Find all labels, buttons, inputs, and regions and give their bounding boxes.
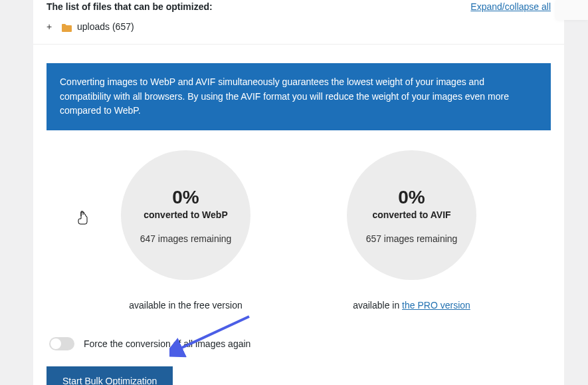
- stats-row: 0% converted to WebP 647 images remainin…: [47, 150, 551, 280]
- webp-availability: available in the free version: [100, 300, 272, 311]
- file-list-header: The list of files that can be optimized:…: [47, 0, 551, 17]
- webp-percent: 0%: [172, 187, 199, 208]
- webp-progress-circle: 0% converted to WebP 647 images remainin…: [121, 150, 250, 280]
- availability-row: available in the free version available …: [47, 300, 551, 311]
- avif-availability-prefix: available in: [353, 300, 402, 311]
- force-conversion-toggle[interactable]: [49, 337, 74, 350]
- avif-availability: available in the PRO version: [326, 300, 498, 311]
- avif-label: converted to AVIF: [372, 209, 450, 220]
- avif-percent: 0%: [398, 187, 425, 208]
- file-list-title: The list of files that can be optimized:: [47, 1, 213, 12]
- avif-stat-block: 0% converted to AVIF 657 images remainin…: [326, 150, 498, 280]
- folder-row[interactable]: + uploads (657): [47, 21, 551, 32]
- webp-stat-block: 0% converted to WebP 647 images remainin…: [100, 150, 272, 280]
- webp-label: converted to WebP: [144, 209, 228, 220]
- avif-remaining: 657 images remaining: [366, 233, 458, 244]
- folder-name: uploads (657): [77, 21, 134, 32]
- force-conversion-label: Force the conversion of all images again: [84, 338, 250, 349]
- folder-icon: [61, 23, 72, 31]
- pro-version-link[interactable]: the PRO version: [402, 300, 470, 311]
- webp-remaining: 647 images remaining: [140, 233, 232, 244]
- expand-collapse-link[interactable]: Expand/collapse all: [470, 1, 551, 12]
- force-conversion-row: Force the conversion of all images again: [47, 337, 551, 350]
- content-inner: Converting images to WebP and AVIF simul…: [33, 63, 564, 385]
- info-banner: Converting images to WebP and AVIF simul…: [47, 63, 551, 130]
- toggle-knob: [50, 338, 61, 349]
- sidebar-widget: [556, 0, 588, 20]
- main-panel: The list of files that can be optimized:…: [33, 0, 564, 385]
- file-list-section: The list of files that can be optimized:…: [33, 0, 564, 45]
- start-bulk-optimization-button[interactable]: Start Bulk Optimization: [47, 366, 173, 385]
- avif-progress-circle: 0% converted to AVIF 657 images remainin…: [347, 150, 476, 280]
- expand-icon[interactable]: +: [47, 21, 56, 32]
